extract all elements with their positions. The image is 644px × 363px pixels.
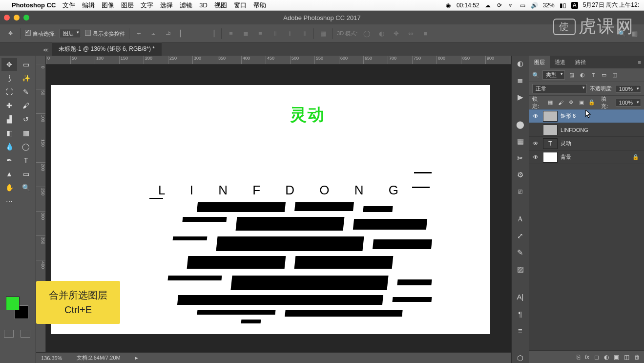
scale-3d-icon[interactable]: ■ — [420, 28, 431, 39]
auto-select-checkbox[interactable]: 自动选择: — [25, 30, 56, 38]
new-layer-icon[interactable]: ◫ — [624, 354, 629, 361]
layer-mask-icon[interactable]: ◻ — [594, 354, 599, 361]
dock-styles-icon[interactable]: ▨ — [515, 264, 526, 274]
menu-image[interactable]: 图像 — [102, 1, 114, 10]
menu-layer[interactable]: 图层 — [121, 1, 134, 10]
dock-swatches-icon[interactable]: ⬤ — [515, 120, 526, 129]
menu-file[interactable]: 文件 — [62, 1, 75, 10]
type-tool[interactable]: T — [18, 154, 34, 167]
roll-3d-icon[interactable]: ◐ — [376, 28, 387, 39]
layer-name[interactable]: 背景 — [561, 153, 571, 161]
lock-all-icon[interactable]: 🔒 — [588, 99, 595, 106]
visibility-toggle[interactable]: 👁 — [531, 113, 540, 120]
fill-input[interactable]: 100% — [616, 99, 641, 107]
panel-menu-icon[interactable]: ≡ — [635, 59, 644, 65]
auto-align-icon[interactable]: ▦ — [318, 28, 329, 39]
window-zoom-button[interactable] — [23, 15, 29, 21]
tab-layers[interactable]: 图层 — [529, 56, 550, 69]
auto-select-dropdown[interactable]: 图层 — [60, 29, 81, 38]
magic-wand-tool[interactable]: ✨ — [18, 72, 34, 85]
menu-filter[interactable]: 滤镜 — [180, 1, 192, 10]
layer-name[interactable]: 灵动 — [561, 140, 571, 147]
dock-3d-icon[interactable]: ⬡ — [515, 353, 526, 363]
wifi-icon[interactable]: ᯤ — [508, 2, 515, 9]
clone-stamp-tool[interactable]: ▟ — [1, 113, 17, 126]
hand-tool[interactable]: ✋ — [1, 181, 17, 194]
lock-pixels-icon[interactable]: 🖌 — [557, 100, 564, 106]
shape-tool[interactable]: ▭ — [18, 168, 34, 180]
filter-pixel-icon[interactable]: ▨ — [568, 72, 576, 78]
filter-shape-icon[interactable]: ▭ — [600, 72, 608, 78]
layer-name[interactable]: 矩形 6 — [561, 112, 576, 120]
menu-help[interactable]: 帮助 — [253, 1, 266, 10]
lasso-tool[interactable]: ⟆ — [1, 72, 17, 85]
layer-row[interactable]: 👁矩形 6 — [529, 109, 644, 123]
distribute-right-icon[interactable]: ⦀ — [299, 28, 310, 39]
ruler-origin[interactable] — [36, 56, 46, 64]
edit-toolbar-button[interactable]: ⋯ — [1, 195, 17, 208]
filter-type-icon[interactable]: T — [589, 72, 597, 78]
pan-3d-icon[interactable]: ✥ — [391, 28, 401, 39]
layer-thumbnail[interactable] — [543, 111, 558, 122]
lock-position-icon[interactable]: ✥ — [567, 99, 575, 106]
dodge-tool[interactable]: ◯ — [18, 140, 34, 153]
canvas-area[interactable]: 0501001502002503003504004505005506006507… — [36, 56, 511, 363]
adjustment-layer-icon[interactable]: ◐ — [604, 354, 609, 361]
dock-adjust-icon[interactable]: ≣ — [515, 75, 526, 85]
visibility-toggle[interactable]: 👁 — [531, 140, 540, 147]
healing-brush-tool[interactable]: ✚ — [1, 99, 17, 112]
filter-smart-icon[interactable]: ◫ — [611, 72, 619, 78]
menu-view[interactable]: 视图 — [214, 1, 227, 10]
layer-group-icon[interactable]: ▣ — [614, 354, 619, 361]
wechat-icon[interactable]: ☁ — [484, 2, 491, 9]
gradient-tool[interactable]: ▦ — [18, 127, 34, 139]
dock-color-icon[interactable]: ◐ — [515, 59, 526, 68]
window-close-button[interactable] — [4, 15, 10, 21]
pen-tool[interactable]: ✒ — [1, 154, 17, 167]
layer-row[interactable]: 👁T灵动 — [529, 137, 644, 150]
visibility-toggle[interactable]: 👁 — [531, 154, 540, 161]
layer-thumbnail[interactable] — [543, 152, 558, 163]
display-icon[interactable]: ▭ — [519, 2, 526, 9]
zoom-level[interactable]: 136.35% — [41, 355, 62, 361]
app-name[interactable]: Photoshop CC — [12, 1, 56, 9]
dock-character-icon[interactable]: A — [515, 214, 526, 224]
layer-filter-dropdown[interactable]: 类型 — [542, 70, 565, 80]
align-top-icon[interactable]: ⫟ — [133, 28, 144, 39]
layer-thumbnail[interactable]: T — [543, 138, 558, 149]
menu-edit[interactable]: 编辑 — [82, 1, 95, 10]
crop-tool[interactable]: ⛶ — [1, 85, 17, 98]
eraser-tool[interactable]: ◧ — [1, 127, 17, 139]
history-brush-tool[interactable]: ↺ — [18, 113, 34, 126]
tab-paths[interactable]: 路径 — [570, 56, 591, 69]
layer-thumbnail[interactable] — [543, 125, 558, 135]
distribute-bottom-icon[interactable]: ≡ — [255, 28, 266, 39]
layer-row[interactable]: 👁背景🔒 — [529, 150, 644, 164]
lock-artboard-icon[interactable]: ▣ — [578, 99, 585, 106]
volume-icon[interactable]: 🔊 — [531, 2, 538, 9]
opacity-input[interactable]: 100% — [616, 85, 641, 93]
distribute-left-icon[interactable]: ⦀ — [270, 28, 280, 39]
layer-row[interactable]: LINFDONG — [529, 123, 644, 137]
dock-paragraph-icon[interactable]: A| — [515, 292, 526, 302]
document-tab[interactable]: 未标题-1 @ 136% (矩形 6, RGB/8*) * — [52, 42, 162, 56]
tab-scroll-button[interactable]: ≪ — [40, 44, 52, 56]
dock-brush-icon[interactable]: ✂ — [515, 153, 526, 163]
menu-type[interactable]: 文字 — [141, 1, 153, 10]
align-vcenter-icon[interactable]: ⫠ — [148, 28, 159, 39]
ruler-horizontal[interactable]: 0501001502002503003504004505005506006507… — [46, 56, 511, 64]
filter-adjust-icon[interactable]: ◐ — [579, 72, 586, 78]
align-right-icon[interactable]: ▕ — [207, 28, 217, 39]
record-icon[interactable]: ◉ — [445, 2, 452, 9]
input-source-icon[interactable]: A — [571, 2, 578, 9]
quickmask-standard-icon[interactable] — [4, 330, 14, 338]
layer-name[interactable]: LINFDONG — [561, 127, 588, 133]
datetime[interactable]: 5月27日 周六 上午12: — [583, 1, 639, 9]
blend-mode-dropdown[interactable]: 正常 — [532, 84, 587, 93]
brush-tool[interactable]: 🖌 — [18, 99, 34, 112]
screenmode-icon[interactable] — [21, 330, 30, 338]
slide-3d-icon[interactable]: ⇔ — [405, 28, 416, 39]
sync-icon[interactable]: ⟳ — [496, 2, 503, 9]
link-layers-icon[interactable]: ⎘ — [577, 354, 580, 361]
move-tool-icon[interactable]: ✥ — [4, 27, 17, 40]
